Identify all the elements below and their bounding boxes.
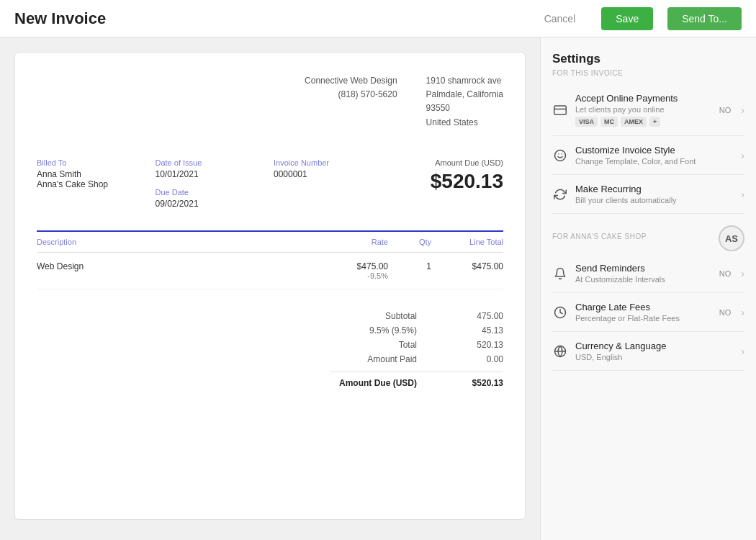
settings-title: Settings [552,52,744,66]
due-date-label: Due Date [156,188,267,197]
make-recurring-content: Make Recurring Bill your clients automat… [575,184,734,204]
amount-due-bottom-row: Amount Due (USD) $520.13 [330,372,503,388]
other-icon: + [649,117,660,127]
date-of-issue-value: 10/01/2021 [156,169,267,179]
tax-row: 9.5% (9.5%) 45.13 [330,325,503,336]
amex-icon: AMEX [621,117,647,127]
invoice-number-label: Invoice Number [274,158,385,167]
customize-style-subtitle: Change Template, Color, and Font [575,157,734,166]
amount-due-label: Amount Due (USD) [392,158,504,167]
currency-language-chevron: › [741,346,744,357]
invoice-meta: Billed To Anna Smith Anna's Cake Shop Da… [37,158,503,209]
accept-payments-chevron: › [741,104,744,116]
accept-payments-title: Accept Online Payments [575,93,712,104]
subtotal-value: 475.00 [460,311,503,321]
currency-language-content: Currency & Language USD, English [575,341,734,361]
send-reminders-title: Send Reminders [575,263,712,274]
svg-point-2 [555,150,566,161]
clock-icon [552,305,568,320]
invoice-number-value: 0000001 [274,169,385,179]
tax-label: 9.5% (9.5%) [330,325,417,336]
cancel-button[interactable]: Cancel [533,7,588,30]
visa-icon: VISA [575,117,598,127]
amount-paid-value: 0.00 [460,354,503,364]
billed-to-block: Billed To Anna Smith Anna's Cake Shop [37,158,148,209]
address-line3: 93550 [426,102,503,115]
total-label: Total [330,340,417,350]
invoice-number-block: Invoice Number 0000001 [274,158,385,209]
invoice-header: Connective Web Design (818) 570-5620 191… [37,74,503,130]
mc-icon: MC [600,117,618,127]
date-of-issue-block: Date of Issue 10/01/2021 Due Date 09/02/… [156,158,267,209]
row-line-total: $475.00 [431,261,503,280]
amount-due-bottom-label: Amount Due (USD) [330,378,417,388]
palette-icon [552,148,568,163]
save-button[interactable]: Save [601,7,653,30]
desc-header: Description [37,238,302,246]
send-reminders-subtitle: At Customizable Intervals [575,275,712,284]
company-name: Connective Web Design [305,74,397,88]
amount-paid-label: Amount Paid [330,354,417,364]
customize-style-title: Customize Invoice Style [575,145,734,156]
settings-item-charge-late-fees[interactable]: Charge Late Fees Percentage or Flat-Rate… [552,293,744,332]
send-reminders-badge: NO [719,269,732,278]
charge-late-fees-badge: NO [719,308,732,317]
address-country: United States [426,116,503,130]
billed-to-label: Billed To [37,158,148,167]
address-info: 1910 shamrock ave Palmdale, California 9… [426,74,503,130]
invoice-panel: Connective Web Design (818) 570-5620 191… [0,37,540,540]
rate-header: Rate [302,238,388,246]
page-title: New Invoice [14,9,518,28]
settings-item-accept-payments[interactable]: Accept Online Payments Let clients pay y… [552,84,744,136]
accept-payments-content: Accept Online Payments Let clients pay y… [575,93,712,127]
settings-item-currency-language[interactable]: Currency & Language USD, English › [552,332,744,371]
invoice-card: Connective Web Design (818) 570-5620 191… [14,52,526,520]
settings-item-send-reminders[interactable]: Send Reminders At Customizable Intervals… [552,254,744,293]
tax-value: 45.13 [460,325,503,336]
date-of-issue-label: Date of Issue [156,158,267,167]
send-button[interactable]: Send To... [667,7,742,30]
main-layout: Connective Web Design (818) 570-5620 191… [0,37,756,540]
table-row: Web Design $475.00 -9.5% 1 $475.00 [37,253,503,289]
subtotal-label: Subtotal [330,311,417,321]
charge-late-fees-subtitle: Percentage or Flat-Rate Fees [575,314,712,323]
credit-card-icon [552,102,568,118]
svg-rect-0 [554,106,567,114]
payment-icons: VISA MC AMEX + [575,117,712,127]
for-this-invoice-label: FOR THIS INVOICE [552,69,744,77]
subtotal-row: Subtotal 475.00 [330,311,503,321]
amount-paid-row: Amount Paid 0.00 [330,354,503,364]
amount-due-bottom-value: $520.13 [460,378,503,388]
total-value: 520.13 [460,340,503,350]
billed-to-company: Anna's Cake Shop [37,179,148,189]
for-client-header: FOR ANNA'S CAKE SHOP AS [552,225,744,251]
send-reminders-chevron: › [741,268,744,279]
customize-style-content: Customize Invoice Style Change Template,… [575,145,734,166]
charge-late-fees-chevron: › [741,307,744,318]
company-info: Connective Web Design (818) 570-5620 [305,74,397,130]
row-description: Web Design [37,261,302,280]
settings-item-customize-style[interactable]: Customize Invoice Style Change Template,… [552,136,744,175]
table-header: Description Rate Qty Line Total [37,232,503,253]
make-recurring-title: Make Recurring [575,184,734,194]
due-date-value: 09/02/2021 [156,199,267,209]
settings-panel: Settings FOR THIS INVOICE Accept Online … [540,37,756,540]
customize-style-chevron: › [741,150,744,161]
line-total-header: Line Total [431,238,503,246]
row-rate: $475.00 -9.5% [302,261,388,280]
company-phone: (818) 570-5620 [305,88,397,102]
make-recurring-chevron: › [741,189,744,200]
make-recurring-subtitle: Bill your clients automatically [575,196,734,204]
recurring-icon [552,186,568,202]
bell-icon [552,266,568,282]
address-line1: 1910 shamrock ave [426,74,503,88]
billed-to-name: Anna Smith [37,169,148,179]
settings-item-make-recurring[interactable]: Make Recurring Bill your clients automat… [552,175,744,214]
charge-late-fees-title: Charge Late Fees [575,302,712,312]
total-row: Total 520.13 [330,340,503,350]
send-reminders-content: Send Reminders At Customizable Intervals [575,263,712,284]
row-qty: 1 [388,261,431,280]
totals-section: Subtotal 475.00 9.5% (9.5%) 45.13 Total … [37,311,503,388]
address-line2: Palmdale, California [426,88,503,102]
globe-icon [552,343,568,359]
